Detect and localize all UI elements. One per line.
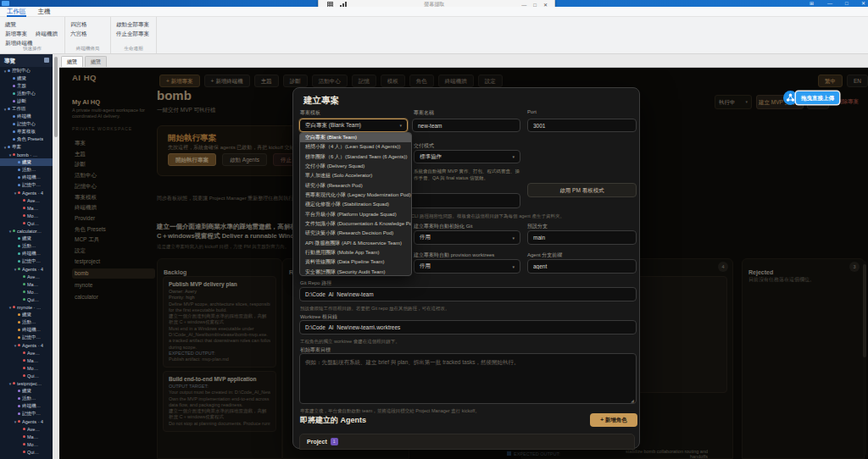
upload-tooltip[interactable]: 拖曳直接上傳	[783, 91, 839, 105]
tree-item--[interactable]: 活動…	[0, 395, 53, 402]
template-option-1[interactable]: 精簡小隊（4 人）(Lean Squad (4 Agents))	[300, 142, 411, 152]
ribbon-item-六宮格[interactable]: 六宮格	[70, 29, 87, 38]
tree-item--[interactable]: 活動…	[0, 242, 53, 250]
tree-item-Ma-[interactable]: Ma…	[0, 433, 53, 440]
tree-item--[interactable]: 記憶中…	[0, 410, 53, 418]
tree-item-Mo-[interactable]: Mo…	[0, 364, 53, 372]
tree-item-Ave-[interactable]: Ave…	[0, 349, 53, 357]
tree-item--[interactable]: 終端機…	[0, 402, 53, 410]
tree-item-Agents-4[interactable]: ▾Agents · 4	[0, 341, 53, 349]
tree-item-Mo-[interactable]: Mo…	[0, 212, 53, 219]
tree-item-Mo-[interactable]: Mo…	[0, 288, 53, 296]
template-option-10[interactable]: 研究決策小隊 (Research Decision Pod)	[300, 229, 411, 238]
project-name-input[interactable]	[412, 119, 520, 132]
tree-item-Agents-4[interactable]: ▾Agents · 4	[0, 265, 53, 273]
tree-item--[interactable]: 終端機…	[0, 250, 53, 257]
template-option-12[interactable]: 行動應用團隊 (Mobile App Team)	[300, 248, 411, 257]
git-repo-path-input[interactable]	[299, 287, 637, 301]
tree-item-testprojec-[interactable]: ▾testprojec…	[0, 379, 53, 387]
ribbon-item-新增專案[interactable]: 新增專案	[5, 29, 27, 38]
tree-item--[interactable]: 活動…	[0, 166, 53, 174]
tree-item--[interactable]: ▾專案	[0, 143, 53, 151]
tree-item-Ma-[interactable]: Ma…	[0, 204, 53, 212]
default-branch-input[interactable]	[527, 230, 637, 245]
tree-item--[interactable]: ▾工作區	[0, 105, 53, 113]
add-role-button[interactable]: + 新增角色	[590, 413, 637, 427]
tree-item--Presets[interactable]: 角色 Presets	[0, 135, 53, 143]
close-icon[interactable]: ✕	[861, 0, 865, 7]
app-tab-0[interactable]: 總覽	[61, 56, 83, 67]
tree-item-label: Qui…	[27, 221, 39, 226]
template-option-5[interactable]: 研究小隊 (Research Pod)	[300, 181, 411, 191]
tree-item-Ave-[interactable]: Ave…	[0, 273, 53, 280]
tree-item--[interactable]: 主題	[0, 82, 53, 90]
tree-item-Qui-[interactable]: Qui…	[0, 448, 53, 456]
template-option-2[interactable]: 標準團隊（6 人）(Standard Team (6 Agents))	[300, 152, 411, 162]
template-option-3[interactable]: 交付小隊 (Delivery Squad)	[300, 162, 411, 171]
tree-item-Agents-4[interactable]: ▾Agents · 4	[0, 189, 53, 196]
tree-item-Qui-[interactable]: Qui…	[0, 219, 53, 227]
port-input[interactable]	[527, 119, 637, 132]
template-select[interactable]: 空白專案 (Blank Team) ▾	[299, 119, 408, 132]
tree-item-Mo-[interactable]: Mo…	[0, 440, 53, 448]
ribbon-item-四宮格[interactable]: 四宮格	[70, 19, 87, 29]
resize-grip-icon[interactable]: ◢	[631, 398, 634, 403]
maximize-icon[interactable]: □	[845, 0, 849, 7]
tree-item--[interactable]: 終端機…	[0, 326, 53, 334]
tree-item--[interactable]: 總覽	[0, 158, 53, 166]
tree-item--[interactable]: ▾控制中心	[0, 67, 53, 75]
git-init-select[interactable]: 停用 ▾	[414, 230, 520, 245]
pm-kanban-mode-button[interactable]: 啟用 PM 看板模式	[527, 183, 637, 197]
item-dot-icon	[13, 100, 15, 102]
tree-item--[interactable]: 活動中心	[0, 90, 53, 97]
tree-item--[interactable]: 記憶中…	[0, 334, 53, 341]
tree-scrollbar[interactable]	[53, 54, 59, 459]
template-option-0[interactable]: 空白專案 (Blank Team)	[300, 133, 411, 142]
ribbon-item-總覽[interactable]: 總覽	[5, 19, 16, 29]
tree-item--[interactable]: 記憶中心	[0, 120, 53, 128]
template-option-6[interactable]: 舊專案現代化小隊 (Legacy Modernization Pod)	[300, 191, 411, 200]
tree-item-Qui-[interactable]: Qui…	[0, 372, 53, 379]
ribbon-item-終端機牆[interactable]: 終端機牆	[36, 29, 58, 38]
pin-icon[interactable]	[44, 58, 49, 63]
widgets-icon[interactable]: ⊞	[810, 0, 814, 7]
tree-item--[interactable]: 記憶中…	[0, 257, 53, 265]
tree-item--[interactable]: 專案模板	[0, 128, 53, 135]
ribbon-item-啟動全部專案[interactable]: 啟動全部專案	[116, 19, 149, 29]
tree-item--[interactable]: 終端機	[0, 113, 53, 120]
tree-item-Ave-[interactable]: Ave…	[0, 425, 53, 433]
tree-item--[interactable]: 活動…	[0, 318, 53, 326]
initial-goal-textarea[interactable]	[299, 353, 637, 404]
ribbon-item-停止全部專案[interactable]: 停止全部專案	[116, 29, 149, 38]
tree-item-mynote-[interactable]: ▾mynote · …	[0, 303, 53, 311]
tree-item--[interactable]: 總覽	[0, 387, 53, 395]
template-option-13[interactable]: 資料管線團隊 (Data Pipeline Team)	[300, 257, 411, 267]
template-option-7[interactable]: 穩定化修復小隊 (Stabilization Squad)	[300, 200, 411, 209]
app-tab-1[interactable]: 總覽	[85, 56, 107, 67]
tree-item-Agents-4[interactable]: ▾Agents · 4	[0, 418, 53, 425]
minimize-icon[interactable]: —	[827, 0, 832, 7]
template-option-9[interactable]: 文件知識小隊 (Documentation & Knowledge Pod)	[300, 219, 411, 229]
tree-item--[interactable]: 總覽	[0, 235, 53, 242]
menu-tab-主機[interactable]: 主機	[38, 7, 51, 17]
tree-item-calculator-[interactable]: ▾calculator…	[0, 227, 53, 235]
tree-item--[interactable]: 總覽	[0, 75, 53, 82]
delivery-mode-select[interactable]: 標準協作 ▾	[414, 150, 520, 163]
tree-item--[interactable]: 總覽	[0, 311, 53, 318]
tree-item-Ma-[interactable]: Ma…	[0, 357, 53, 364]
template-option-8[interactable]: 平台升級小隊 (Platform Upgrade Squad)	[300, 210, 411, 219]
tree-item--[interactable]: 終端機…	[0, 174, 53, 181]
tree-item-Ma-[interactable]: Ma…	[0, 280, 53, 288]
template-option-11[interactable]: API 微服務團隊 (API & Microservice Team)	[300, 239, 411, 248]
worktree-root-input[interactable]	[299, 320, 637, 335]
worktree-auto-select[interactable]: 停用 ▾	[414, 259, 520, 274]
agent-prefix-input[interactable]	[527, 259, 637, 274]
tree-item-Qui-[interactable]: Qui…	[0, 296, 53, 303]
tree-item--[interactable]: 記憶中…	[0, 181, 53, 189]
tree-item-bomb-[interactable]: ▾bomb · …	[0, 151, 53, 158]
tree-item-Ave-[interactable]: Ave…	[0, 196, 53, 204]
menu-tab-工作區[interactable]: 工作區	[7, 7, 26, 17]
tree-item--[interactable]: 診斷	[0, 97, 53, 105]
template-option-4[interactable]: 單人加速組 (Solo Accelerator)	[300, 171, 411, 180]
template-option-14[interactable]: 安全審計團隊 (Security Audit Team)	[300, 268, 411, 276]
